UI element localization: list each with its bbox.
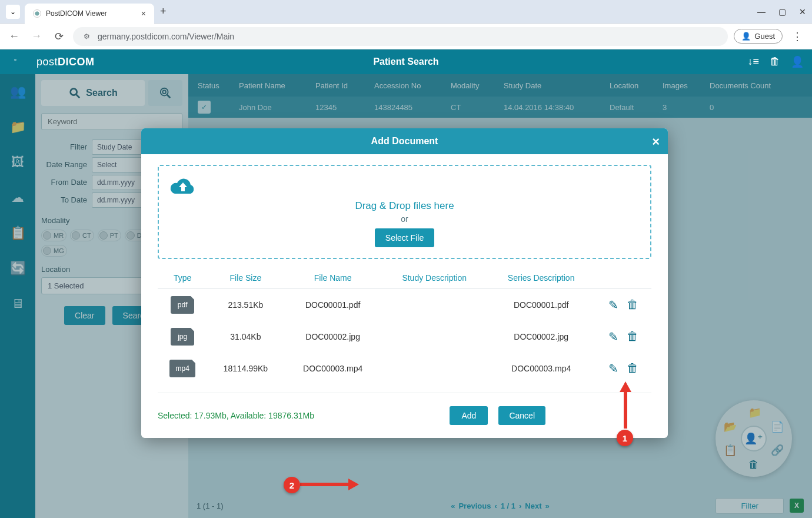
th-size: File Size (207, 267, 284, 289)
profile-badge[interactable]: 👤 Guest (734, 29, 783, 44)
maximize-icon[interactable]: ▢ (778, 7, 786, 16)
cell-size: 31.04Kb (207, 321, 284, 353)
close-window-icon[interactable]: ✕ (799, 7, 806, 16)
file-table: Type File Size File Name Study Descripti… (158, 267, 651, 384)
cell-size: 213.51Kb (207, 289, 284, 321)
dropzone[interactable]: Drag & Drop files here or Select File (158, 165, 651, 259)
browser-tab-strip: ⌄ PostDICOM Viewer × + — ▢ ✕ (0, 0, 812, 24)
logo-text: postDICOM (36, 56, 95, 68)
browser-tab[interactable]: PostDICOM Viewer × (25, 4, 154, 24)
address-bar: ← → ⟳ ⚙ germany.postdicom.com/Viewer/Mai… (0, 24, 812, 49)
favicon (33, 9, 41, 18)
tabs-dropdown[interactable]: ⌄ (6, 5, 20, 19)
logo[interactable]: postDICOM (8, 52, 95, 72)
modal-close-icon[interactable]: × (652, 134, 660, 150)
cancel-button[interactable]: Cancel (498, 406, 545, 425)
cell-size: 18114.99Kb (207, 353, 284, 384)
person-icon: 👤 (741, 32, 751, 41)
modal-header: Add Document × (141, 128, 668, 154)
th-series: Series Description (487, 267, 595, 289)
annotation-marker-2: 2 (284, 477, 300, 493)
modal-title: Add Document (371, 136, 438, 147)
cell-series: DOC00001.pdf (487, 289, 595, 321)
file-row: mp4 18114.99Kb DOC00003.mp4 DOC00003.mp4… (158, 353, 651, 384)
add-button[interactable]: Add (450, 406, 488, 425)
annotation-arrow-1 (621, 381, 630, 429)
cloud-upload-icon (169, 177, 640, 198)
logo-icon (8, 52, 32, 72)
th-name: File Name (284, 267, 382, 289)
annotation-arrow-2 (300, 480, 359, 489)
select-file-button[interactable]: Select File (375, 228, 434, 247)
forward-button[interactable]: → (28, 28, 45, 45)
delete-icon[interactable]: 🗑 (627, 298, 638, 312)
th-type: Type (158, 267, 207, 289)
file-row: pdf 213.51Kb DOC00001.pdf DOC00001.pdf ✎… (158, 289, 651, 321)
type-badge: jpg (171, 328, 194, 346)
edit-icon[interactable]: ✎ (608, 298, 618, 312)
cell-series: DOC00002.jpg (487, 321, 595, 353)
url-input[interactable]: ⚙ germany.postdicom.com/Viewer/Main (73, 27, 728, 46)
th-study: Study Description (382, 267, 487, 289)
delete-icon[interactable]: 🗑 (627, 330, 638, 344)
type-badge: mp4 (169, 360, 195, 377)
cell-name: DOC00003.mp4 (284, 353, 382, 384)
guest-label: Guest (754, 32, 775, 41)
cell-name: DOC00002.jpg (284, 321, 382, 353)
back-button[interactable]: ← (6, 28, 22, 45)
window-controls: — ▢ ✕ (757, 7, 806, 16)
cell-series: DOC00003.mp4 (487, 353, 595, 384)
minimize-icon[interactable]: — (757, 7, 766, 16)
app-header: postDICOM Patient Search ↓≡ 🗑 👤 (0, 49, 812, 74)
type-badge: pdf (171, 296, 194, 314)
dropzone-text: Drag & Drop files here (169, 200, 640, 212)
reload-button[interactable]: ⟳ (51, 28, 67, 45)
clear-icon[interactable]: 🗑 (770, 55, 780, 68)
user-icon[interactable]: 👤 (791, 55, 804, 68)
site-settings-icon[interactable]: ⚙ (81, 31, 92, 42)
annotation-marker-1: 1 (617, 430, 633, 446)
edit-icon[interactable]: ✎ (608, 330, 618, 344)
page-title: Patient Search (373, 57, 438, 67)
browser-menu-icon[interactable]: ⋮ (788, 30, 806, 43)
cell-name: DOC00001.pdf (284, 289, 382, 321)
tab-title: PostDICOM Viewer (46, 9, 107, 18)
url-text: germany.postdicom.com/Viewer/Main (98, 32, 234, 41)
storage-status: Selected: 17.93Mb, Available: 19876.31Mb (158, 411, 314, 420)
modal-footer: Selected: 17.93Mb, Available: 19876.31Mb… (141, 396, 668, 438)
new-tab-button[interactable]: + (160, 5, 167, 18)
tab-close-icon[interactable]: × (141, 9, 146, 18)
dropzone-or: or (169, 214, 640, 224)
add-document-modal: Add Document × Drag & Drop files here or… (141, 128, 668, 438)
delete-icon[interactable]: 🗑 (627, 361, 638, 376)
edit-icon[interactable]: ✎ (608, 361, 618, 376)
file-row: jpg 31.04Kb DOC00002.jpg DOC00002.jpg ✎🗑 (158, 321, 651, 353)
sort-icon[interactable]: ↓≡ (747, 55, 759, 68)
